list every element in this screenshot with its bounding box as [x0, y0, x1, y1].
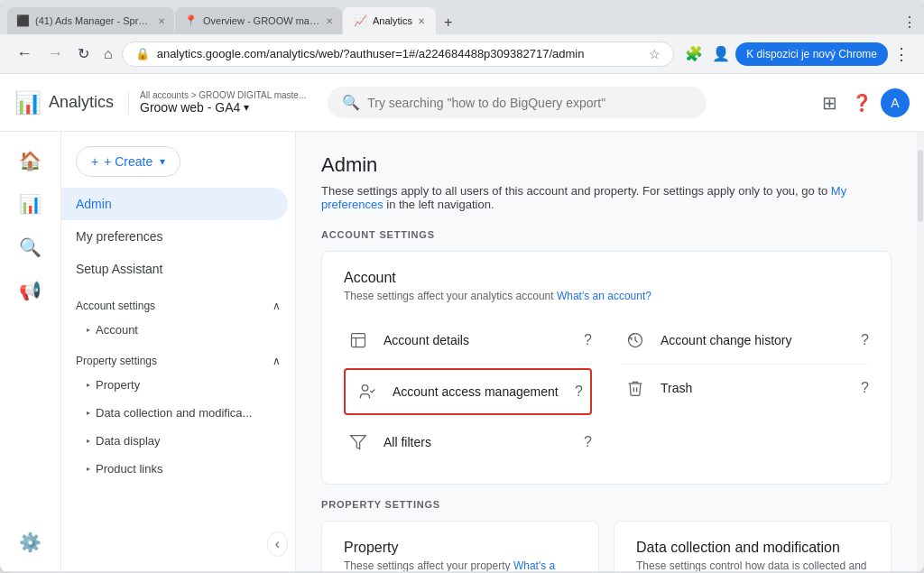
app-header: 📊 Analytics All accounts > GROOW DIGITAL…: [0, 74, 924, 132]
tab-3-active[interactable]: 📈 Analytics ✕: [343, 7, 436, 34]
extensions-button[interactable]: 🧩: [681, 42, 707, 66]
scrollbar-thumb[interactable]: [918, 150, 923, 222]
bookmark-icon[interactable]: ☆: [649, 47, 661, 61]
browser-menu-button[interactable]: ⋮: [902, 14, 917, 31]
chrome-banner-button[interactable]: K dispozici je nový Chrome: [735, 42, 888, 66]
property-name-label: Groow web - GA4 ▾: [140, 100, 306, 115]
whats-account-link[interactable]: What's an account?: [557, 290, 651, 302]
nav-sub-product-links[interactable]: ▸ Product links: [61, 455, 288, 483]
account-details-help-icon[interactable]: ?: [584, 332, 592, 348]
account-card: Account These settings affect your analy…: [321, 251, 892, 485]
data-collection-title: Data collection and modification: [636, 540, 869, 556]
product-links-bullet-icon: ▸: [87, 465, 90, 473]
property-selector[interactable]: All accounts > GROOW DIGITAL maste... Gr…: [128, 90, 306, 115]
left-nav-collapse-button[interactable]: ‹: [267, 531, 288, 557]
breadcrumb: All accounts > GROOW DIGITAL maste...: [140, 90, 306, 100]
header-actions: ⊞ ❓ A: [817, 87, 910, 119]
data-collection-desc: These settings control how data is colle…: [636, 559, 869, 571]
trash-help-icon[interactable]: ?: [861, 380, 869, 396]
dropdown-chevron-icon: ▾: [244, 101, 249, 114]
create-button[interactable]: + + Create ▾: [76, 146, 180, 177]
change-history-label: Account change history: [661, 333, 861, 347]
tab1-title: (41) Ads Manager - Spravov...: [35, 15, 152, 26]
nav-sub-account[interactable]: ▸ Account: [61, 316, 288, 344]
tab1-favicon: ⬛: [16, 14, 30, 27]
tab2-close[interactable]: ✕: [326, 16, 333, 26]
data-collection-card: Data collection and modification These s…: [614, 521, 892, 571]
property-bullet-icon: ▸: [87, 381, 90, 389]
nav-sub-data-display[interactable]: ▸ Data display: [61, 427, 288, 455]
nav-item-setup[interactable]: Setup Assistant: [61, 253, 288, 285]
tab1-close[interactable]: ✕: [158, 16, 165, 26]
account-access-row[interactable]: Account access management ?: [344, 368, 592, 415]
account-settings-label: ACCOUNT SETTINGS: [321, 229, 892, 240]
create-label: + Create: [104, 154, 152, 169]
app-body: 🏠 📊 🔍 📢 ⚙️ + + Create ▾ Admin: [0, 132, 924, 571]
nav-actions: 🧩 👤 K dispozici je nový Chrome ⋮: [681, 41, 913, 68]
sidebar-bottom-spacer: ⚙️: [5, 521, 56, 564]
account-settings-section: Account settings ∧ ▸ Account: [61, 292, 295, 344]
app-logo: 📊 Analytics: [14, 90, 114, 116]
all-filters-row[interactable]: All filters ?: [344, 419, 592, 466]
all-filters-help-icon[interactable]: ?: [584, 434, 592, 450]
property-cards-grid: Property These settings affect your prop…: [321, 521, 892, 571]
create-plus-icon: +: [91, 154, 98, 169]
back-button[interactable]: ←: [11, 41, 38, 67]
change-history-help-icon[interactable]: ?: [861, 332, 869, 348]
forward-button[interactable]: →: [42, 41, 69, 67]
new-tab-button[interactable]: +: [437, 11, 459, 34]
tab-2[interactable]: 📍 Overview - GROOW marketin... ✕: [175, 7, 342, 34]
nav-sub-data-collection[interactable]: ▸ Data collection and modifica...: [61, 399, 288, 427]
address-text: analytics.google.com/analytics/web/?auth…: [157, 47, 642, 60]
property-settings-section-label: PROPERTY SETTINGS: [321, 499, 892, 510]
property-settings-header[interactable]: Property settings ∧: [61, 347, 295, 371]
sidebar-icon-reports[interactable]: 📊: [5, 182, 56, 226]
tab2-title: Overview - GROOW marketin...: [203, 15, 320, 26]
browser-window: ⬛ (41) Ads Manager - Spravov... ✕ 📍 Over…: [0, 0, 924, 573]
account-change-history-row[interactable]: Account change history ?: [621, 317, 869, 365]
tab3-title: Analytics: [373, 15, 412, 26]
profile-button[interactable]: 👤: [708, 42, 734, 66]
account-left-col: Account details ? Account access managem…: [344, 317, 592, 466]
account-settings-grid: Account details ? Account access managem…: [344, 317, 869, 466]
property-card: Property These settings affect your prop…: [321, 521, 599, 571]
account-settings-chevron-icon: ∧: [273, 300, 281, 312]
account-details-row[interactable]: Account details ?: [344, 317, 592, 365]
tab-bar: ⬛ (41) Ads Manager - Spravov... ✕ 📍 Over…: [0, 0, 924, 34]
reload-button[interactable]: ↻: [72, 42, 95, 66]
left-nav-panel: + + Create ▾ Admin My preferences Setup …: [61, 132, 296, 571]
app-wrapper: 📊 Analytics All accounts > GROOW DIGITAL…: [0, 74, 924, 571]
admin-nav-label: Admin: [76, 197, 112, 211]
avatar[interactable]: A: [881, 88, 910, 117]
trash-row[interactable]: Trash ?: [621, 365, 869, 411]
nav-item-preferences[interactable]: My preferences: [61, 220, 288, 253]
account-access-label: Account access management: [393, 384, 575, 399]
sidebar-icon-advertising[interactable]: 📢: [5, 269, 56, 312]
home-nav-button[interactable]: ⌂: [98, 42, 118, 66]
search-bar[interactable]: 🔍: [328, 87, 707, 118]
help-button[interactable]: ❓: [846, 88, 877, 118]
account-bullet-icon: ▸: [87, 326, 90, 334]
all-filters-icon: [344, 428, 373, 457]
tab3-close[interactable]: ✕: [418, 16, 425, 26]
sidebar-icon-explore[interactable]: 🔍: [5, 226, 56, 269]
property-card-desc: These settings affect your property What…: [344, 559, 577, 571]
tab3-favicon: 📈: [354, 14, 367, 27]
apps-grid-button[interactable]: ⊞: [817, 87, 843, 119]
account-access-help-icon[interactable]: ?: [575, 384, 583, 400]
create-dropdown-icon: ▾: [160, 155, 165, 168]
nav-sub-property[interactable]: ▸ Property: [61, 371, 288, 399]
property-card-title: Property: [344, 540, 577, 556]
property-settings-section: Property settings ∧ ▸ Property ▸ Data co…: [61, 347, 295, 483]
trash-label: Trash: [661, 381, 861, 395]
browser-more-button[interactable]: ⋮: [890, 41, 913, 68]
sidebar-icon-admin[interactable]: ⚙️: [5, 521, 56, 564]
tab-1[interactable]: ⬛ (41) Ads Manager - Spravov... ✕: [7, 7, 174, 34]
address-bar[interactable]: 🔒 analytics.google.com/analytics/web/?au…: [122, 42, 675, 67]
account-settings-header[interactable]: Account settings ∧: [61, 292, 295, 316]
search-input[interactable]: [367, 96, 692, 110]
sidebar-icon-home[interactable]: 🏠: [5, 139, 56, 182]
account-access-icon: [353, 377, 382, 406]
main-content: Admin These settings apply to all users …: [296, 132, 917, 571]
nav-item-admin[interactable]: Admin: [61, 188, 288, 220]
